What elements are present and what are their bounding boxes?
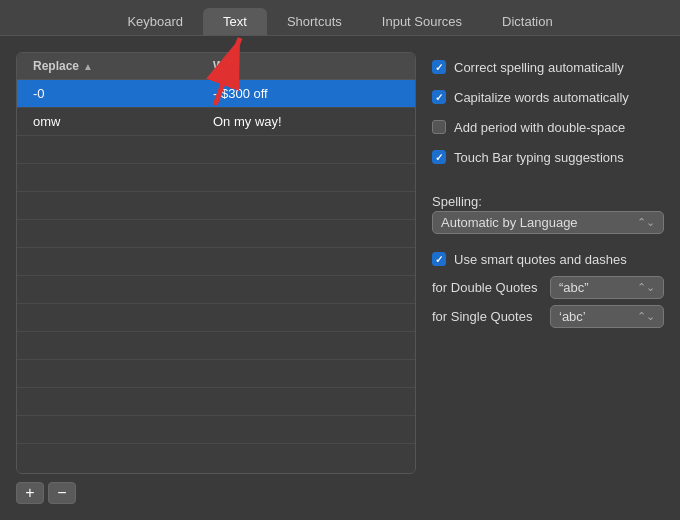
empty-row bbox=[17, 388, 415, 416]
empty-row bbox=[17, 304, 415, 332]
checkbox-smart-quotes[interactable] bbox=[432, 252, 446, 266]
double-quotes-value: “abc” bbox=[559, 280, 589, 295]
checkbox-touchbar-row: Touch Bar typing suggestions bbox=[432, 146, 664, 168]
tab-keyboard[interactable]: Keyboard bbox=[107, 8, 203, 35]
single-quotes-label: for Single Quotes bbox=[432, 309, 542, 324]
main-content: Replace ▲ With -0 - $300 off bbox=[0, 36, 680, 520]
checkbox-correct-spelling-row: Correct spelling automatically bbox=[432, 56, 664, 78]
tab-bar: Keyboard Text Shortcuts Input Sources Di… bbox=[0, 0, 680, 36]
checkbox-correct-spelling[interactable] bbox=[432, 60, 446, 74]
double-quotes-dropdown[interactable]: “abc” ⌃⌄ bbox=[550, 276, 664, 299]
table-body: -0 - $300 off omw On my way! bbox=[17, 80, 415, 473]
dropdown-arrow-icon: ⌃⌄ bbox=[637, 310, 655, 323]
tab-shortcuts[interactable]: Shortcuts bbox=[267, 8, 362, 35]
single-quotes-value: ‘abc’ bbox=[559, 309, 586, 324]
empty-row bbox=[17, 416, 415, 444]
text-replacement-table: Replace ▲ With -0 - $300 off bbox=[16, 52, 416, 474]
table-row[interactable]: omw On my way! bbox=[17, 108, 415, 136]
empty-row bbox=[17, 136, 415, 164]
bottom-buttons: + − bbox=[16, 482, 416, 504]
empty-row bbox=[17, 360, 415, 388]
tab-input-sources[interactable]: Input Sources bbox=[362, 8, 482, 35]
spelling-dropdown-value: Automatic by Language bbox=[441, 215, 578, 230]
checkbox-touchbar[interactable] bbox=[432, 150, 446, 164]
dropdown-arrow-icon: ⌃⌄ bbox=[637, 216, 655, 229]
left-panel: Replace ▲ With -0 - $300 off bbox=[16, 52, 416, 504]
spelling-dropdown[interactable]: Automatic by Language ⌃⌄ bbox=[432, 211, 664, 234]
column-replace: Replace ▲ bbox=[17, 59, 197, 73]
cell-with: On my way! bbox=[197, 110, 415, 133]
double-quotes-label: for Double Quotes bbox=[432, 280, 542, 295]
remove-button[interactable]: − bbox=[48, 482, 76, 504]
tab-text[interactable]: Text bbox=[203, 8, 267, 35]
checkbox-period-row: Add period with double-space bbox=[432, 116, 664, 138]
table-header: Replace ▲ With bbox=[17, 53, 415, 80]
spelling-label: Spelling: bbox=[432, 194, 664, 209]
empty-row bbox=[17, 192, 415, 220]
empty-row bbox=[17, 332, 415, 360]
add-button[interactable]: + bbox=[16, 482, 44, 504]
single-quotes-row: for Single Quotes ‘abc’ ⌃⌄ bbox=[432, 305, 664, 328]
right-panel: Correct spelling automatically Capitaliz… bbox=[432, 52, 664, 504]
empty-row bbox=[17, 248, 415, 276]
tab-dictation[interactable]: Dictation bbox=[482, 8, 573, 35]
spelling-section: Spelling: Automatic by Language ⌃⌄ bbox=[432, 186, 664, 234]
checkbox-smart-quotes-row: Use smart quotes and dashes bbox=[432, 248, 664, 270]
single-quotes-dropdown[interactable]: ‘abc’ ⌃⌄ bbox=[550, 305, 664, 328]
checkbox-capitalize[interactable] bbox=[432, 90, 446, 104]
dropdown-arrow-icon: ⌃⌄ bbox=[637, 281, 655, 294]
correct-spelling-label: Correct spelling automatically bbox=[454, 60, 624, 75]
empty-row bbox=[17, 220, 415, 248]
checkbox-period[interactable] bbox=[432, 120, 446, 134]
capitalize-label: Capitalize words automatically bbox=[454, 90, 629, 105]
cell-with: - $300 off bbox=[197, 82, 415, 105]
cell-replace: omw bbox=[17, 110, 197, 133]
smart-quotes-label: Use smart quotes and dashes bbox=[454, 252, 627, 267]
empty-row bbox=[17, 276, 415, 304]
column-with: With bbox=[197, 59, 415, 73]
cell-replace: -0 bbox=[17, 82, 197, 105]
empty-row bbox=[17, 164, 415, 192]
table-row[interactable]: -0 - $300 off bbox=[17, 80, 415, 108]
double-quotes-row: for Double Quotes “abc” ⌃⌄ bbox=[432, 276, 664, 299]
smart-quotes-section: Use smart quotes and dashes for Double Q… bbox=[432, 248, 664, 328]
checkbox-capitalize-row: Capitalize words automatically bbox=[432, 86, 664, 108]
touchbar-label: Touch Bar typing suggestions bbox=[454, 150, 624, 165]
sort-arrow-icon: ▲ bbox=[83, 61, 93, 72]
period-label: Add period with double-space bbox=[454, 120, 625, 135]
